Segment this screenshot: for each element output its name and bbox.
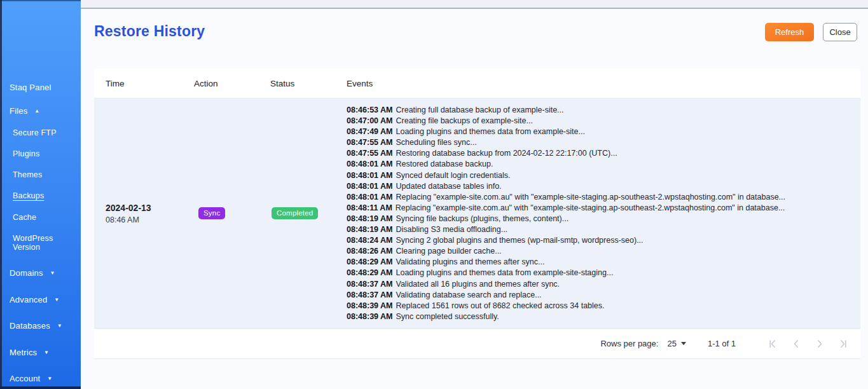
event-line: 08:48:11 AMReplacing "example-site.com.a… bbox=[347, 203, 860, 214]
event-line: 08:46:53 AMCreating full database backup… bbox=[347, 105, 860, 116]
chevron-down-icon: ▼ bbox=[57, 323, 62, 329]
sidebar-item-backups[interactable]: Backups bbox=[13, 191, 44, 200]
chevron-up-icon: ▲ bbox=[34, 108, 39, 114]
event-line: 08:47:49 AMLoading plugins and themes da… bbox=[347, 126, 860, 137]
sidebar-item-staq-panel[interactable]: Staq Panel bbox=[10, 83, 52, 92]
event-line: 08:47:00 AMCreating file backups of exam… bbox=[347, 116, 860, 126]
chevron-down-icon: ▼ bbox=[47, 376, 52, 381]
event-line: 08:47:55 AMScheduling files sync... bbox=[347, 137, 860, 148]
sidebar-item-label: Staq Panel bbox=[10, 83, 52, 92]
pagination-range: 1-1 of 1 bbox=[708, 339, 736, 348]
action-cell: Sync bbox=[194, 99, 270, 328]
event-line: 08:48:01 AMReplacing "example-site.com.a… bbox=[347, 192, 860, 203]
sidebar-item-metrics[interactable]: Metrics ▼ bbox=[10, 348, 49, 357]
sidebar-item-themes[interactable]: Themes bbox=[13, 170, 42, 179]
table-footer: Rows per page: 25 1-1 of 1 bbox=[94, 328, 860, 359]
event-line: 08:48:01 AMRestored database backup. bbox=[347, 159, 860, 170]
restore-time: 08:46 AM bbox=[106, 215, 194, 224]
chevron-down-icon: ▼ bbox=[44, 350, 49, 355]
column-header-events: Events bbox=[347, 79, 860, 88]
last-page-button[interactable] bbox=[837, 338, 849, 350]
event-line: 08:48:24 AMSyncing 2 global plugins and … bbox=[347, 235, 860, 246]
sidebar-item-cache[interactable]: Cache bbox=[13, 213, 36, 222]
next-page-button[interactable] bbox=[814, 338, 825, 350]
page-title: Restore History bbox=[94, 23, 205, 40]
refresh-button[interactable]: Refresh bbox=[765, 23, 814, 41]
restore-history-table: Time Action Status Events 2024-02-13 08:… bbox=[94, 69, 860, 359]
last-page-icon bbox=[837, 338, 849, 350]
event-line: 08:48:37 AMValidated all 16 plugins and … bbox=[347, 279, 860, 290]
chevron-down-icon: ▼ bbox=[54, 297, 59, 303]
chevron-left-icon bbox=[790, 338, 802, 350]
event-line: 08:48:19 AMDisabling S3 media offloading… bbox=[347, 224, 860, 235]
event-line: 08:48:37 AMValidating database search an… bbox=[347, 290, 860, 301]
event-line: 08:48:39 AMSync completed successfully. bbox=[347, 311, 860, 322]
event-line: 08:48:29 AMLoading plugins and themes da… bbox=[347, 268, 860, 278]
first-page-icon bbox=[767, 338, 778, 350]
status-badge: Completed bbox=[272, 207, 318, 219]
top-bar bbox=[81, 0, 868, 9]
sidebar-item-databases[interactable]: Databases ▼ bbox=[10, 321, 62, 331]
sidebar-item-files[interactable]: Files ▲ bbox=[10, 106, 39, 116]
event-line: 08:48:19 AMSyncing file backups (plugins… bbox=[347, 214, 860, 224]
rows-per-page-select[interactable]: 25 bbox=[667, 339, 685, 348]
time-cell: 2024-02-13 08:46 AM bbox=[94, 99, 194, 328]
sidebar-item-secure-ftp[interactable]: Secure FTP bbox=[13, 128, 57, 137]
action-badge: Sync bbox=[198, 207, 225, 219]
rows-per-page-value: 25 bbox=[667, 339, 676, 348]
column-header-action: Action bbox=[194, 79, 270, 88]
sidebar-item-account[interactable]: Account ▼ bbox=[10, 374, 52, 383]
sidebar: Staq Panel Files ▲ Secure FTP Plugins Th… bbox=[0, 0, 81, 389]
sidebar-item-label: Files bbox=[10, 106, 27, 116]
table-row: 2024-02-13 08:46 AM Sync Completed 08:46… bbox=[94, 99, 860, 328]
chevron-right-icon bbox=[814, 338, 825, 350]
event-line: 08:48:01 AMSynced default login credenti… bbox=[347, 170, 860, 181]
event-line: 08:48:01 AMUpdated database tables info. bbox=[347, 181, 860, 192]
first-page-button[interactable] bbox=[767, 338, 778, 350]
restore-date: 2024-02-13 bbox=[106, 203, 194, 213]
status-cell: Completed bbox=[270, 99, 347, 328]
table-header-row: Time Action Status Events bbox=[94, 69, 860, 99]
previous-page-button[interactable] bbox=[790, 338, 802, 350]
sidebar-item-domains[interactable]: Domains ▼ bbox=[10, 268, 55, 278]
event-line: 08:48:26 AMClearing page builder cache..… bbox=[347, 246, 860, 257]
rows-per-page-label: Rows per page: bbox=[600, 339, 658, 348]
event-line: 08:48:39 AMReplaced 1561 rows out of 868… bbox=[347, 301, 860, 311]
sidebar-item-plugins[interactable]: Plugins bbox=[13, 149, 39, 158]
chevron-down-icon bbox=[681, 342, 686, 345]
column-header-status: Status bbox=[270, 79, 347, 88]
chevron-down-icon: ▼ bbox=[50, 270, 55, 276]
column-header-time: Time bbox=[94, 79, 194, 88]
event-line: 08:48:29 AMValidating plugins and themes… bbox=[347, 257, 860, 268]
sidebar-item-wordpress-version[interactable]: WordPress Version bbox=[13, 234, 71, 252]
events-cell: 08:46:53 AMCreating full database backup… bbox=[347, 99, 860, 328]
sidebar-item-advanced[interactable]: Advanced ▼ bbox=[10, 295, 59, 304]
close-button[interactable]: Close bbox=[823, 23, 857, 41]
event-line: 08:47:55 AMRestoring database backup fro… bbox=[347, 148, 860, 159]
